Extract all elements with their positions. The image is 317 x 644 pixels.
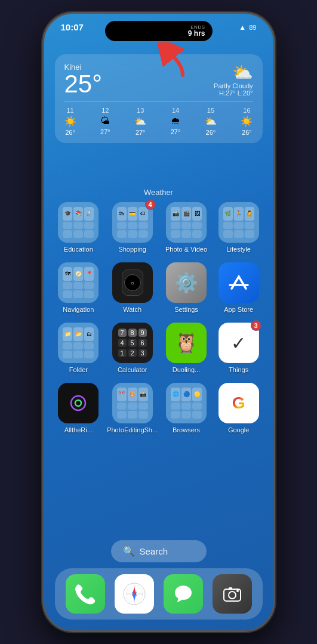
forecast-day-14: 14 🌧 27° [171,107,181,136]
dock-icon-phone[interactable]: 📞 [66,574,105,614]
forecast-date: 14 [172,107,179,114]
app-icon-education: 🎓📚🔬 [58,202,99,243]
app-icon-alltheri [58,383,99,423]
mute-button[interactable] [42,76,44,92]
badge-things: 3 [251,320,261,331]
forecast-temp: 26° [242,129,252,136]
forecast-icon: 🌤 [100,116,110,126]
volume-up-button[interactable] [42,97,44,123]
app-label-navigation: Navigation [63,306,94,313]
app-icon-duolingo: 🦉 [166,323,207,363]
dock-icon-messages[interactable] [164,574,203,614]
weather-left: Kihei 25° [64,63,103,97]
weather-high-low: H:27° L:20° [214,89,253,97]
app-icon-photo-editing: ✂️🎨📸 [112,383,153,423]
weather-widget-label: Weather [144,188,173,197]
app-icon-calculator: 789456123 [112,323,153,363]
search-label: Search [140,546,168,556]
app-label-calculator: Calculator [118,366,147,373]
forecast-day-15: 15 ⛅ 26° [205,107,217,136]
app-item-alltheri[interactable]: AlltheRi... [55,383,103,434]
weather-top: Kihei 25° ⛅ Partly Cloudy H:27° L:20° [64,63,253,97]
app-item-navigation[interactable]: 🗺🧭📍Navigation [55,262,103,313]
forecast-temp: 27° [136,129,146,136]
app-item-things[interactable]: ✓3Things [215,323,263,373]
volume-down-button[interactable] [42,131,44,157]
status-icons: ▲ 89 [239,23,256,32]
forecast-icon: ☀️ [64,116,76,127]
app-label-folder: Folder [69,366,88,373]
weather-forecast: 11 ☀️ 26° 12 🌤 27° 13 ⛅ 27° 14 🌧 27° 15 … [64,101,253,136]
app-item-shopping[interactable]: 🛍💳🏷4Shopping [107,202,158,253]
dock-icon-safari[interactable] [115,574,154,614]
power-button[interactable] [273,109,275,151]
search-icon: 🔍 [123,546,135,557]
app-label-app-store: App Store [224,306,253,313]
forecast-temp: 27° [171,128,181,135]
app-icon-navigation: 🗺🧭📍 [58,262,99,303]
status-time: 10:07 [61,22,84,32]
di-hours: 9 hrs [188,30,205,37]
weather-temperature: 25° [64,72,103,97]
forecast-date: 15 [207,107,214,114]
app-label-google: Google [228,426,249,434]
app-label-photo-video: Photo & Video [165,246,207,253]
forecast-icon: ☀️ [241,116,253,127]
app-item-education[interactable]: 🎓📚🔬Education [55,202,103,253]
wifi-icon: ▲ [239,23,246,32]
dock-icon-camera[interactable] [213,574,252,614]
umbrella-icon: ☂ [112,26,120,36]
svg-point-9 [175,586,192,600]
forecast-icon: ⛅ [134,116,146,127]
forecast-day-13: 13 ⛅ 27° [134,107,146,136]
app-item-watch[interactable]: ○ Watch [107,262,158,313]
app-label-education: Education [64,246,93,253]
svg-rect-13 [229,587,232,590]
forecast-day-16: 16 ☀️ 26° [241,107,253,136]
app-item-calculator[interactable]: 789456123 Calculator [107,323,158,373]
weather-right: ⛅ Partly Cloudy H:27° L:20° [214,63,253,97]
app-label-watch: Watch [123,306,141,313]
svg-point-2 [75,400,81,406]
app-item-app-store[interactable]: App Store [215,262,263,313]
forecast-day-12: 12 🌤 27° [100,107,110,136]
svg-point-12 [229,592,236,599]
forecast-date: 13 [137,107,144,114]
app-icon-google: G [218,383,259,423]
forecast-icon: ⛅ [205,116,217,127]
app-grid: 🎓📚🔬Education🛍💳🏷4Shopping📷🎬🖼Photo & Video… [55,202,263,434]
app-item-folder[interactable]: 📁📂🗂Folder [55,323,103,373]
app-icon-things: ✓3 [218,323,259,363]
app-item-settings[interactable]: ⚙️Settings [162,262,210,313]
app-icon-photo-video: 📷🎬🖼 [166,202,207,243]
weather-main-icon: ⛅ [214,63,253,82]
app-label-photo-editing: PhotoEditingSh... [107,426,158,434]
svg-point-14 [236,590,239,592]
app-icon-app-store [218,262,259,303]
app-label-alltheri: AlltheRi... [64,426,93,434]
app-icon-settings: ⚙️ [166,262,207,303]
app-item-photo-editing[interactable]: ✂️🎨📸PhotoEditingSh... [107,383,158,434]
forecast-temp: 27° [100,128,110,135]
weather-widget[interactable]: Kihei 25° ⛅ Partly Cloudy H:27° L:20° 11… [55,54,263,143]
forecast-day-11: 11 ☀️ 26° [64,107,76,136]
app-icon-browsers: 🌐🔵🟡 [166,383,207,423]
search-bar[interactable]: 🔍 Search [111,540,207,562]
app-item-duolingo[interactable]: 🦉Duoling... [162,323,210,373]
forecast-temp: 26° [206,129,216,136]
weather-description: Partly Cloudy [214,82,253,89]
di-left-content: ☂ [112,26,120,36]
app-icon-lifestyle: 🌿🏃💆 [218,202,259,243]
dock: 📞 [55,568,263,620]
forecast-date: 16 [243,107,250,114]
svg-point-1 [71,396,85,410]
app-item-lifestyle[interactable]: 🌿🏃💆Lifestyle [215,202,263,253]
app-item-google[interactable]: GGoogle [215,383,263,434]
app-label-duolingo: Duoling... [173,366,200,373]
app-item-photo-video[interactable]: 📷🎬🖼Photo & Video [162,202,210,253]
app-item-browsers[interactable]: 🌐🔵🟡Browsers [162,383,210,434]
dynamic-island: ☂ ENDS 9 hrs [105,21,213,41]
battery-indicator: 89 [249,24,256,31]
app-label-shopping: Shopping [118,246,146,253]
forecast-temp: 26° [65,129,75,136]
